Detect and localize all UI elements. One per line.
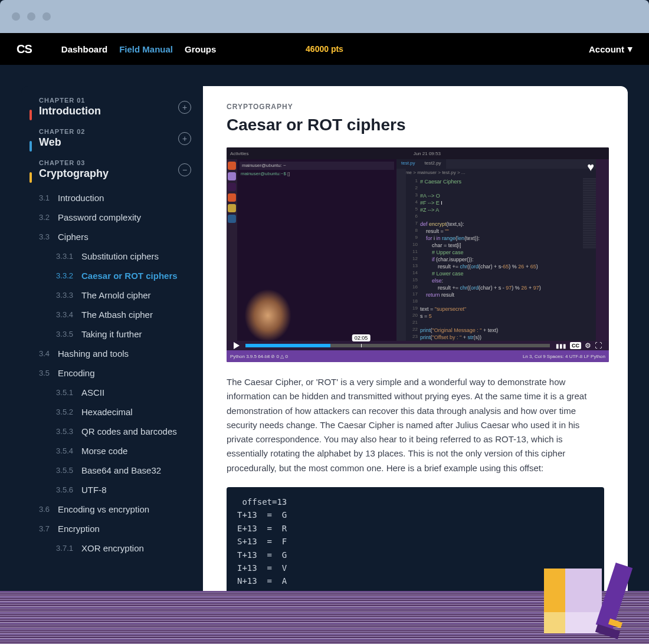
toc-num: 3.7.1 xyxy=(47,543,73,553)
chapter-num: CHAPTER 01 xyxy=(39,97,101,104)
logo[interactable]: CS xyxy=(17,42,32,56)
toc-num: 3.6 xyxy=(33,504,50,514)
toc-item[interactable]: 3.2Password complexity xyxy=(33,208,191,227)
account-label: Account xyxy=(589,44,624,54)
toc-label: Encryption xyxy=(58,524,100,534)
toc-item[interactable]: 3.5.3QR codes and barcodes xyxy=(33,422,191,441)
toc-label: ASCII xyxy=(81,387,104,397)
video-presenter xyxy=(244,289,291,342)
toc-label: Taking it further xyxy=(81,329,142,339)
toc-num: 3.7 xyxy=(33,524,50,534)
toc-num: 3.3 xyxy=(33,232,50,242)
expand-icon[interactable]: + xyxy=(178,101,191,114)
toc-item[interactable]: 3.3Ciphers xyxy=(33,227,191,247)
breadcrumb: CRYPTOGRAPHY xyxy=(227,103,604,111)
page-title: Caesar or ROT ciphers xyxy=(227,116,604,134)
toc-item[interactable]: 3.5Encoding xyxy=(33,363,191,383)
toc-item[interactable]: 3.5.4Morse code xyxy=(33,441,191,461)
toc-label: The Atbash cipher xyxy=(81,310,153,320)
collapse-icon[interactable]: − xyxy=(178,163,191,176)
toc-label: Encoding xyxy=(58,368,95,378)
toc-num: 3.4 xyxy=(33,349,50,359)
toc-label: Introduction xyxy=(58,193,104,203)
chapter-num: CHAPTER 03 xyxy=(39,159,109,166)
toc-num: 3.3.4 xyxy=(47,310,73,320)
toc-label: Caesar or ROT ciphers xyxy=(81,271,178,281)
browser-dot xyxy=(12,12,20,21)
toc-num: 3.3.2 xyxy=(47,271,73,281)
progress-bar[interactable]: 02:05 xyxy=(245,344,550,347)
toc-label: Substitution ciphers xyxy=(81,251,159,261)
toc-item[interactable]: 3.3.1Substitution ciphers xyxy=(33,247,191,266)
cc-button[interactable]: CC xyxy=(570,342,581,349)
browser-chrome xyxy=(0,0,649,33)
toc-item[interactable]: 3.5.1ASCII xyxy=(33,383,191,402)
sidebar: CHAPTER 01 Introduction + CHAPTER 02 Web… xyxy=(21,86,203,617)
toc-item[interactable]: 3.3.4The Atbash cipher xyxy=(33,305,191,324)
chapter-num: CHAPTER 02 xyxy=(39,128,85,135)
toc-item[interactable]: 3.3.5Taking it further xyxy=(33,324,191,344)
toc-label: The Arnold cipher xyxy=(81,290,151,300)
toc-num: 3.5.1 xyxy=(47,387,73,397)
time-tooltip: 02:05 xyxy=(352,334,371,341)
toc-item[interactable]: 3.3.2Caesar or ROT ciphers xyxy=(33,266,191,285)
toc-num: 3.5.5 xyxy=(47,465,73,475)
corner-badge xyxy=(544,569,621,639)
toc-label: Password complexity xyxy=(58,212,141,222)
gear-icon[interactable]: ⚙ xyxy=(585,341,591,350)
toc-num: 3.3.1 xyxy=(47,251,73,261)
toc-num: 3.1 xyxy=(33,193,50,203)
toc-item[interactable]: 3.6Encoding vs encryption xyxy=(33,500,191,519)
toc-item[interactable]: 3.5.6UTF-8 xyxy=(33,480,191,500)
toc-num: 3.3.3 xyxy=(47,290,73,300)
heart-icon[interactable]: ♥ xyxy=(587,160,594,174)
toc-num: 3.3.5 xyxy=(47,329,73,339)
toc-label: Base64 and Base32 xyxy=(81,465,161,475)
toc-item[interactable]: 3.3.3The Arnold cipher xyxy=(33,285,191,305)
chapter-title: Introduction xyxy=(39,105,101,117)
chapter-title: Cryptography xyxy=(39,167,109,180)
toc-item[interactable]: 3.1Introduction xyxy=(33,188,191,208)
toc-label: Hexadecimal xyxy=(81,407,133,417)
navbar: CS Dashboard Field Manual Groups 46000 p… xyxy=(0,33,649,65)
chapter-1[interactable]: CHAPTER 01 Introduction + xyxy=(33,97,191,117)
body-text: The Caesar Cipher, or 'ROT' is a very si… xyxy=(227,375,604,475)
editor-minimap xyxy=(583,178,596,249)
video-controls[interactable]: 02:05 ▮▮▮ CC ⚙ ⛶ xyxy=(227,341,609,350)
toc-num: 3.5 xyxy=(33,368,50,378)
nav-field-manual[interactable]: Field Manual xyxy=(119,44,173,54)
toc-num: 3.5.6 xyxy=(47,485,73,495)
toc-label: Hashing and tools xyxy=(58,349,129,359)
toc-item[interactable]: 3.5.5Base64 and Base32 xyxy=(33,461,191,480)
points-badge: 46000 pts xyxy=(306,44,343,54)
chapter-3[interactable]: CHAPTER 03 Cryptography − 3.1Introductio… xyxy=(33,159,191,558)
chapter-title: Web xyxy=(39,136,85,149)
toc-num: 3.2 xyxy=(33,212,50,222)
nav-dashboard[interactable]: Dashboard xyxy=(61,44,107,54)
toc-label: QR codes and barcodes xyxy=(81,426,177,436)
video-player[interactable]: ActivitiesJun 21 09:53 mainuser@ubuntu: … xyxy=(227,147,609,362)
chapter-color-bar xyxy=(30,141,32,152)
expand-icon[interactable]: + xyxy=(178,132,191,145)
content-area: CRYPTOGRAPHY Caesar or ROT ciphers Activ… xyxy=(203,86,628,617)
nav-groups[interactable]: Groups xyxy=(185,44,216,54)
browser-dot xyxy=(27,12,35,21)
toc-item[interactable]: 3.7Encryption xyxy=(33,519,191,538)
toc-label: Encoding vs encryption xyxy=(58,504,149,514)
toc-item[interactable]: 3.7.1XOR encryption xyxy=(33,538,191,558)
chevron-down-icon: ▾ xyxy=(628,44,632,54)
chapter-2[interactable]: CHAPTER 02 Web + xyxy=(33,128,191,149)
video-statusbar: Python 3.9.5 64-bit ⊘ 0 △ 0Ln 3, Col 9 S… xyxy=(227,350,609,362)
play-icon[interactable] xyxy=(234,342,240,349)
toc-label: UTF-8 xyxy=(81,485,107,495)
video-desktop-top: ActivitiesJun 21 09:53 xyxy=(227,147,609,159)
fullscreen-icon[interactable]: ⛶ xyxy=(595,341,602,350)
progress-marker xyxy=(361,344,362,347)
chapter-color-bar xyxy=(30,110,32,120)
account-menu[interactable]: Account ▾ xyxy=(589,44,632,54)
browser-dot xyxy=(42,12,51,21)
toc-item[interactable]: 3.5.2Hexadecimal xyxy=(33,402,191,422)
toc-item[interactable]: 3.4Hashing and tools xyxy=(33,344,191,363)
toc-label: Ciphers xyxy=(58,232,88,242)
toc-num: 3.5.2 xyxy=(47,407,73,417)
